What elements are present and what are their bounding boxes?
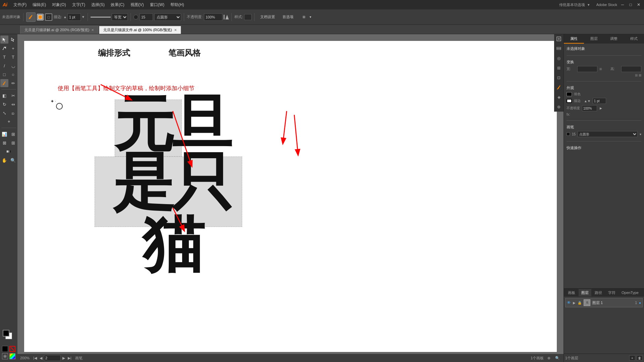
brush-type-prop-select[interactable]: 点圆形 <box>578 131 638 137</box>
direct-select-btn[interactable] <box>9 36 17 44</box>
fill-swatch[interactable] <box>567 92 572 96</box>
stroke-width-prop[interactable] <box>593 98 606 104</box>
symbol-panel-icon[interactable]: ◈ <box>554 93 564 102</box>
extra-tool-1[interactable]: ⊞ <box>299 12 309 22</box>
stroke-width-input[interactable] <box>67 13 81 21</box>
panel-tab-adjust[interactable]: 调整 <box>604 34 624 44</box>
scissors-btn[interactable]: ✂ <box>9 92 17 100</box>
bp-tab-artboard[interactable]: 画板 <box>565 289 578 296</box>
data-tool-btn[interactable]: ⊞ <box>9 130 17 138</box>
doc-setup-btn[interactable]: 文档设置 <box>257 12 278 22</box>
layer-lock-icon[interactable]: 🔒 <box>578 301 582 305</box>
pen-tool-btn[interactable] <box>0 44 8 52</box>
width-input[interactable] <box>577 66 597 72</box>
stroke-up-down-icon[interactable]: ▲▼ <box>584 99 591 103</box>
opacity-panel-icon[interactable]: ◎ <box>554 54 564 63</box>
menu-edit[interactable]: 编辑(E) <box>30 1 49 8</box>
slice-tool-btn[interactable]: ⊠ <box>0 139 8 147</box>
first-page-btn[interactable]: |◀ <box>32 356 38 360</box>
panel-tab-style[interactable]: 样式 <box>624 34 644 44</box>
transform-panel-icon[interactable]: ⊡ <box>554 73 564 82</box>
layer-row-1[interactable]: 👁 ▶ 🔒 元 图层 1 1 ● <box>565 298 643 307</box>
zoom-tool-btn[interactable]: 🔍 <box>9 156 17 164</box>
new-layer-btn[interactable]: + <box>629 355 635 361</box>
align-panel-icon[interactable]: ⊞ <box>554 63 564 73</box>
minimize-button[interactable]: ─ <box>620 2 625 7</box>
warp-tool-btn[interactable]: ⌖ <box>5 118 13 126</box>
tab-0[interactable]: 元旦是只猫讲解.ai @ 200% (RGB/预览) ✕ <box>20 26 98 34</box>
line-style-select[interactable]: 等宽 <box>112 13 128 21</box>
stroke-color-btn[interactable] <box>37 14 44 20</box>
bp-tab-layers[interactable]: 图层 <box>579 289 591 296</box>
add-anchor-btn[interactable]: + <box>9 44 17 52</box>
brush-type-select[interactable]: 点圆形 <box>154 13 181 21</box>
graphic-styles-icon[interactable]: ⊛ <box>554 102 564 112</box>
tab-1[interactable]: 元旦是只猫源文件.ai @ 100% (RGB/预览) ✕ <box>99 26 181 34</box>
menu-select[interactable]: 选择(S) <box>89 1 107 8</box>
brush-tool-btn[interactable] <box>26 12 36 22</box>
rect-tool-btn[interactable]: □ <box>0 70 8 78</box>
layer-expand-icon[interactable]: ▶ <box>573 301 576 305</box>
rotate-tool-btn[interactable]: ↻ <box>0 100 8 108</box>
new-artboard-btn[interactable]: ⊕ <box>546 356 551 360</box>
brush-options-btn[interactable]: ▾ <box>640 132 641 136</box>
reflect-tool-btn[interactable]: ⇔ <box>9 100 17 108</box>
edit-color-btn[interactable] <box>2 353 8 359</box>
arc-tool-btn[interactable]: ◡ <box>9 62 17 70</box>
menu-help[interactable]: 帮助(H) <box>168 1 187 8</box>
maximize-button[interactable]: □ <box>628 2 633 7</box>
chevron-down-icon[interactable]: ▾ <box>310 15 311 19</box>
transform-more-btn[interactable]: ⊞ ⊠ <box>635 73 641 77</box>
measure-btn[interactable]: ⊞ <box>9 139 17 147</box>
brush-panel-icon[interactable] <box>554 83 564 92</box>
scale-tool-btn[interactable]: ⤡ <box>0 109 8 117</box>
brush-size-input[interactable] <box>140 13 153 21</box>
menu-effect[interactable]: 效果(C) <box>108 1 127 8</box>
bp-tab-opentype[interactable]: OpenType <box>619 289 641 296</box>
type-tool-btn[interactable]: T <box>0 53 8 61</box>
stroke-down-icon[interactable]: ▼ <box>82 15 85 19</box>
color-selector[interactable] <box>3 330 15 342</box>
stroke-swatch[interactable] <box>567 99 572 103</box>
normal-mode-btn[interactable] <box>2 346 8 352</box>
layers-panel-icon[interactable] <box>554 44 564 53</box>
tab-0-close[interactable]: ✕ <box>91 28 94 32</box>
menu-view[interactable]: 视图(V) <box>128 1 147 8</box>
opacity-expand-icon[interactable]: ▶ <box>600 107 602 110</box>
menu-file[interactable]: 文件(F) <box>11 1 29 8</box>
preferences-btn[interactable]: 首选项 <box>279 12 297 22</box>
search-btn[interactable]: 🔍 <box>554 356 561 360</box>
fg-color-box[interactable] <box>3 330 9 337</box>
canvas-area[interactable]: 编排形式 笔画风格 使用【画笔工具】绘制文字的草稿，绘制时添加小细节 ✦ · 元… <box>17 34 564 362</box>
graph-tool-btn[interactable]: 📊 <box>0 130 8 138</box>
shear-tool-btn[interactable]: ⎄ <box>9 109 17 117</box>
stroke-type-btn[interactable]: □ <box>45 13 52 21</box>
area-type-btn[interactable]: T <box>9 53 17 61</box>
delete-layer-btn[interactable]: 🗑 <box>637 355 643 361</box>
adobe-stock-link[interactable]: Adobe Stock <box>596 3 617 7</box>
bp-tab-char[interactable]: 字符 <box>605 289 618 296</box>
tab-1-close[interactable]: ✕ <box>174 28 177 32</box>
close-button[interactable]: ✕ <box>636 2 641 7</box>
menu-text[interactable]: 文字(T) <box>69 1 88 8</box>
next-page-btn[interactable]: ▶ <box>61 356 66 360</box>
no-color-btn[interactable] <box>9 346 15 352</box>
layer-visibility-icon[interactable]: 👁 <box>567 300 571 305</box>
eraser-tool-btn[interactable]: ◧ <box>0 92 8 100</box>
opacity-input[interactable] <box>204 13 222 21</box>
page-input[interactable] <box>44 355 61 361</box>
brush-tool-side-btn[interactable] <box>0 79 8 87</box>
gradient-tool-btn[interactable] <box>5 147 13 156</box>
workspace-dropdown-icon[interactable]: ▾ <box>588 3 590 7</box>
line-tool-btn[interactable]: / <box>0 62 8 70</box>
bp-tab-path[interactable]: 路径 <box>592 289 605 296</box>
style-preview[interactable] <box>244 14 252 20</box>
prev-page-btn[interactable]: ◀ <box>39 356 43 360</box>
last-page-btn[interactable]: ▶| <box>67 356 72 360</box>
workspace-selector[interactable]: 传统基本功选项 <box>559 2 585 7</box>
panel-tab-layers[interactable]: 图层 <box>584 34 604 44</box>
stroke-up-icon[interactable]: ▲ <box>63 15 67 19</box>
pencil-tool-btn[interactable]: ✏ <box>9 79 17 87</box>
hand-tool-btn[interactable]: ✋ <box>0 156 8 164</box>
menu-object[interactable]: 对象(O) <box>49 1 68 8</box>
